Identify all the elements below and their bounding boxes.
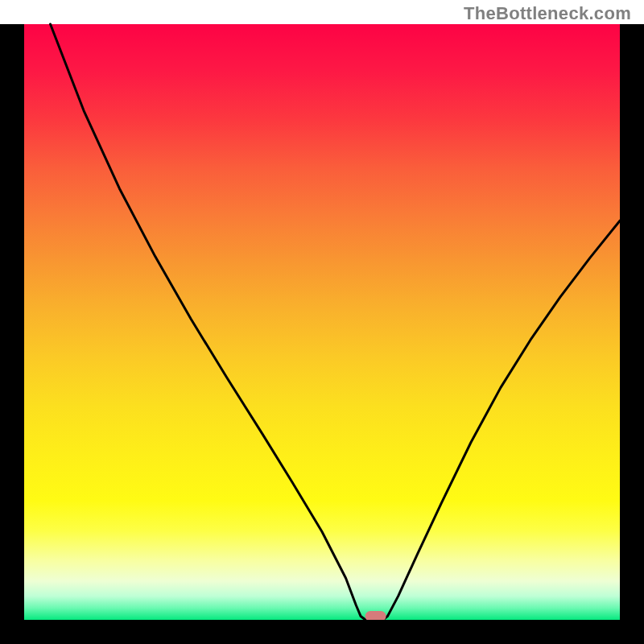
chart-svg [0,0,644,644]
svg-rect-0 [0,24,24,644]
watermark-text: TheBottleneck.com [464,3,631,24]
svg-rect-1 [620,24,644,644]
bottleneck-chart: TheBottleneck.com [0,0,644,644]
svg-rect-2 [0,620,644,644]
